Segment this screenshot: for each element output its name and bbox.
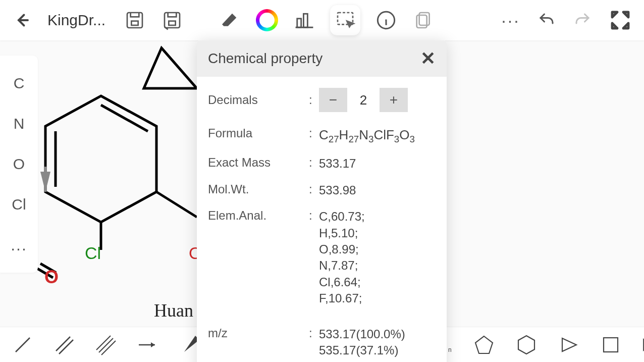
save-as-button[interactable]	[160, 9, 184, 32]
more-button[interactable]: ···	[499, 9, 522, 32]
formula-value: C27H27N3ClF3O3	[319, 126, 436, 145]
svg-marker-45	[562, 338, 576, 351]
cyclopentane-tool[interactable]	[473, 332, 495, 357]
svg-marker-43	[475, 336, 493, 353]
popup-header: Chemical property ✕	[197, 40, 447, 77]
formula-label: Formula	[208, 126, 309, 145]
molwt-label: Mol.Wt.	[208, 182, 309, 198]
elem-anal-label: Elem.Anal.	[208, 209, 309, 306]
svg-rect-4	[297, 19, 301, 27]
atom-label-cl: Cl	[85, 243, 101, 263]
svg-rect-5	[303, 14, 307, 27]
undo-button[interactable]	[535, 9, 558, 32]
svg-text:n: n	[448, 346, 452, 353]
fullscreen-button[interactable]	[607, 7, 634, 34]
decimals-minus-button[interactable]: −	[319, 88, 347, 112]
exact-mass-label: Exact Mass	[208, 156, 309, 172]
single-bond-tool[interactable]	[13, 332, 33, 357]
top-toolbar: KingDr... ···	[0, 0, 644, 40]
mz-label: m/z	[208, 326, 309, 359]
save-button[interactable]	[123, 9, 146, 32]
decimals-value: 2	[349, 88, 378, 112]
copy-pages-button[interactable]	[412, 9, 435, 32]
arrow-bond-tool[interactable]	[137, 332, 160, 357]
canvas-text-label: Huan	[154, 300, 193, 321]
eraser-button[interactable]	[218, 9, 241, 32]
benzene-tool[interactable]	[516, 332, 537, 357]
svg-line-27	[56, 337, 70, 351]
triangle-tool[interactable]	[558, 332, 579, 357]
svg-line-28	[59, 340, 73, 354]
atom-label-o: O	[44, 267, 59, 288]
svg-line-26	[16, 338, 30, 352]
molwt-value: 533.98	[319, 182, 436, 198]
color-ring-icon	[256, 9, 278, 31]
lasso-select-button[interactable]	[330, 5, 360, 35]
chart-button[interactable]	[293, 9, 316, 32]
svg-rect-1	[131, 21, 138, 25]
popup-close-button[interactable]: ✕	[420, 48, 436, 69]
square-tool[interactable]	[601, 332, 621, 357]
back-button[interactable]	[10, 9, 33, 32]
element-o[interactable]: O	[0, 144, 38, 184]
mz-value: 533.17(100.0%) 535.17(37.1%)	[319, 326, 436, 359]
element-n[interactable]: N	[0, 104, 38, 144]
svg-rect-3	[169, 21, 175, 25]
svg-marker-22	[40, 172, 50, 192]
chemical-property-panel: Chemical property ✕ Decimals : − 2 + For…	[197, 40, 447, 362]
app-title: KingDr...	[47, 12, 105, 29]
elem-anal-value: C,60.73; H,5.10; O,8.99; N,7.87; Cl,6.64…	[319, 209, 436, 306]
info-button[interactable]	[374, 9, 398, 32]
svg-line-20	[156, 192, 197, 217]
svg-marker-16	[45, 96, 156, 222]
element-palette: C N O Cl ...	[0, 56, 38, 273]
decimals-control: − 2 +	[319, 88, 408, 112]
popup-title: Chemical property	[208, 50, 420, 67]
scroll-right-button[interactable]	[642, 332, 644, 357]
svg-rect-46	[604, 338, 618, 352]
triple-bond-tool[interactable]	[95, 332, 116, 357]
svg-marker-44	[518, 336, 534, 354]
redo-button[interactable]	[571, 9, 594, 32]
exact-mass-value: 533.17	[319, 156, 436, 172]
element-c[interactable]: C	[0, 63, 38, 104]
double-bond-tool[interactable]	[54, 332, 74, 357]
element-cl[interactable]: Cl	[0, 184, 38, 225]
color-picker-button[interactable]	[255, 9, 279, 32]
svg-marker-15	[144, 48, 197, 88]
element-more[interactable]: ...	[0, 225, 38, 265]
decimals-plus-button[interactable]: +	[380, 88, 408, 112]
decimals-label: Decimals	[208, 93, 309, 107]
